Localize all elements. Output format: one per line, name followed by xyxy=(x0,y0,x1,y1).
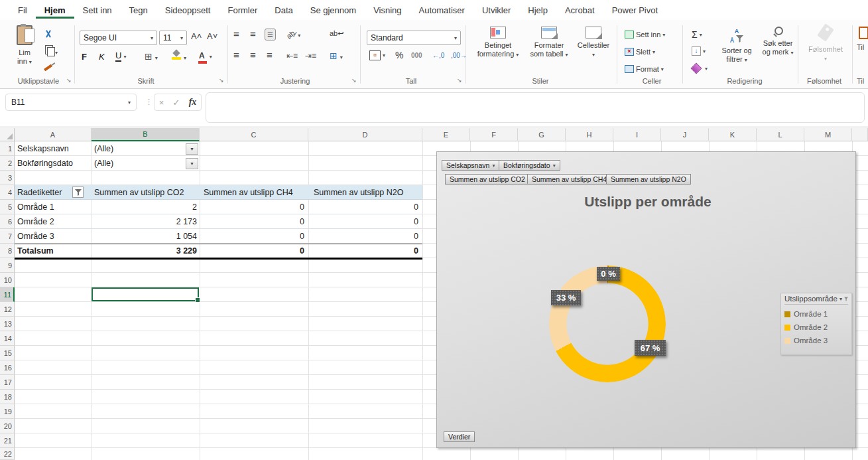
cancel-icon[interactable]: × xyxy=(159,98,164,108)
align-right-button[interactable]: ≡ xyxy=(267,50,273,60)
increase-decimal-button[interactable]: ←,0 xyxy=(432,52,444,59)
format-as-table-button[interactable]: Formater som tabell ▾ xyxy=(525,27,573,59)
filter-dropdown-bokforingsdato[interactable]: ▾ xyxy=(186,158,198,169)
pivot-cell[interactable]: 0 xyxy=(308,230,418,243)
align-bottom-button[interactable]: ≡ xyxy=(265,29,276,40)
alignment-dialog-launcher[interactable]: ↘ xyxy=(351,77,357,84)
pivot-total-cell[interactable]: 0 xyxy=(308,245,418,258)
pivot-header-ch4[interactable]: Summen av utslipp CH4 xyxy=(204,187,293,199)
borders-button[interactable]: ⊞ ▾ xyxy=(145,51,158,62)
number-format-select[interactable]: Standard▾ xyxy=(367,31,461,45)
decrease-font-button[interactable]: A˅ xyxy=(207,31,217,41)
legend-header[interactable]: Utslippsområde ▾ xyxy=(784,295,848,305)
format-painter-button[interactable] xyxy=(44,62,52,70)
tab-formler[interactable]: Formler xyxy=(219,1,266,19)
pivot-cell[interactable]: 0 xyxy=(308,216,418,228)
chart-field-button-bokforingsdato[interactable]: Bokføringsdato▾ xyxy=(499,160,560,171)
align-center-button[interactable]: ≡ xyxy=(250,50,256,60)
cut-button[interactable] xyxy=(44,30,53,39)
sort-filter-button[interactable]: AÅ Sorter og filtrer ▾ xyxy=(716,27,757,64)
row-header-15[interactable]: 15 xyxy=(0,346,15,360)
row-header-6[interactable]: 6 xyxy=(0,214,15,229)
chart-value-button-co2[interactable]: Summen av utslipp CO2 xyxy=(445,174,530,185)
orientation-button[interactable]: ab⁄ ▾ xyxy=(286,31,300,38)
tab-acrobat[interactable]: Acrobat xyxy=(556,1,603,19)
chart-field-button-selskapsnavn[interactable]: Selskapsnavn▾ xyxy=(442,160,499,171)
row-header-22[interactable]: 22 xyxy=(0,448,15,460)
font-color-button[interactable]: A ▾ xyxy=(199,52,212,60)
bold-button[interactable]: F xyxy=(82,52,87,62)
align-left-button[interactable]: ≡ xyxy=(233,50,239,60)
row-header-2[interactable]: 2 xyxy=(0,156,15,171)
underline-button[interactable]: U ▾ xyxy=(115,52,126,60)
column-header-i[interactable]: I xyxy=(613,128,661,141)
column-header-j[interactable]: J xyxy=(661,128,709,141)
font-size-select[interactable]: 11▾ xyxy=(159,31,187,45)
pivot-row-label[interactable]: Område 3 xyxy=(17,230,54,243)
merge-center-button[interactable]: ⊞ ▾ xyxy=(330,50,343,61)
cell-b2[interactable]: (Alle) xyxy=(94,157,113,170)
pivot-header-radetiketter[interactable]: Radetiketter xyxy=(17,187,62,199)
row-header-3[interactable]: 3 xyxy=(0,171,15,185)
selected-cell-b11[interactable] xyxy=(92,287,199,301)
column-header-b[interactable]: B xyxy=(92,128,200,141)
enter-icon[interactable]: ✓ xyxy=(172,98,180,108)
row-header-8[interactable]: 8 xyxy=(0,244,15,258)
partial-right-button[interactable]: Til xyxy=(857,27,868,52)
row-header-10[interactable]: 10 xyxy=(0,273,15,287)
paste-button[interactable]: Lim inn ▾ xyxy=(5,25,44,66)
format-cells-button[interactable]: . Format▾ xyxy=(625,65,664,73)
column-header-l[interactable]: L xyxy=(757,128,804,141)
pivot-cell[interactable]: 1 054 xyxy=(92,230,197,243)
cell-b1[interactable]: (Alle) xyxy=(94,143,113,155)
copy-button[interactable]: ▾ xyxy=(45,45,58,56)
cell-styles-button[interactable]: Cellestiler▾ xyxy=(573,27,614,59)
tab-sett-inn[interactable]: Sett inn xyxy=(74,1,121,19)
font-name-select[interactable]: Segoe UI▾ xyxy=(80,31,157,45)
row-header-14[interactable]: 14 xyxy=(0,331,15,346)
tab-automatiser[interactable]: Automatiser xyxy=(410,1,473,19)
wrap-text-button[interactable]: ab↩ xyxy=(330,29,343,38)
tab-visning[interactable]: Visning xyxy=(365,1,410,19)
cell-a1[interactable]: Selskapsnavn xyxy=(17,143,69,155)
increase-indent-button[interactable]: ⇥≡ xyxy=(305,51,316,60)
column-header-c[interactable]: C xyxy=(200,128,308,141)
pivot-cell[interactable]: 2 173 xyxy=(92,216,197,228)
chart-title[interactable]: Utslipp per område xyxy=(515,194,780,210)
row-header-20[interactable]: 20 xyxy=(0,419,15,433)
row-header-21[interactable]: 21 xyxy=(0,433,15,448)
pivot-row-label[interactable]: Område 2 xyxy=(17,216,54,228)
tab-utvikler[interactable]: Utvikler xyxy=(473,1,519,19)
fill-color-button[interactable]: ▾ xyxy=(172,50,186,61)
pivot-cell[interactable]: 0 xyxy=(200,201,304,214)
doughnut-ring[interactable] xyxy=(549,266,666,382)
row-header-11[interactable]: 11 xyxy=(0,287,15,302)
select-all-corner[interactable] xyxy=(0,128,15,141)
chart-value-button-ch4[interactable]: Summen av utslipp CH4 xyxy=(527,174,611,185)
column-header-k[interactable]: K xyxy=(709,128,757,141)
number-dialog-launcher[interactable]: ↘ xyxy=(457,77,462,84)
tab-power-pivot[interactable]: Power Pivot xyxy=(603,1,666,19)
percent-style-button[interactable]: % xyxy=(395,50,403,60)
clear-button[interactable]: ▾ xyxy=(692,64,708,72)
legend-item[interactable]: Område 3 xyxy=(784,337,848,345)
column-header-m[interactable]: M xyxy=(804,128,852,141)
italic-button[interactable]: K xyxy=(99,52,105,62)
legend-item[interactable]: Område 1 xyxy=(784,310,848,318)
tab-sideoppsett[interactable]: Sideoppsett xyxy=(156,1,219,19)
pivot-header-co2[interactable]: Summen av utslipp CO2 xyxy=(94,187,184,199)
column-header-partial[interactable] xyxy=(852,128,868,141)
pivot-chart[interactable]: Selskapsnavn▾ Bokføringsdato▾ Summen av … xyxy=(436,151,856,448)
row-header-16[interactable]: 16 xyxy=(0,360,15,375)
pivot-row-label[interactable]: Område 1 xyxy=(17,201,54,214)
tab-se-gjennom[interactable]: Se gjennom xyxy=(302,1,365,19)
column-header-d[interactable]: D xyxy=(308,128,422,141)
fill-button[interactable]: ↓▾ xyxy=(692,46,706,56)
column-header-f[interactable]: F xyxy=(470,128,518,141)
filter-dropdown-selskapsnavn[interactable]: ▾ xyxy=(186,143,198,155)
column-header-g[interactable]: G xyxy=(518,128,566,141)
decrease-indent-button[interactable]: ⇤≡ xyxy=(286,51,298,60)
row-header-12[interactable]: 12 xyxy=(0,302,15,317)
pivot-total-label[interactable]: Totalsum xyxy=(17,245,54,258)
conditional-formatting-button[interactable]: Betinget formatering ▾ xyxy=(472,27,524,59)
